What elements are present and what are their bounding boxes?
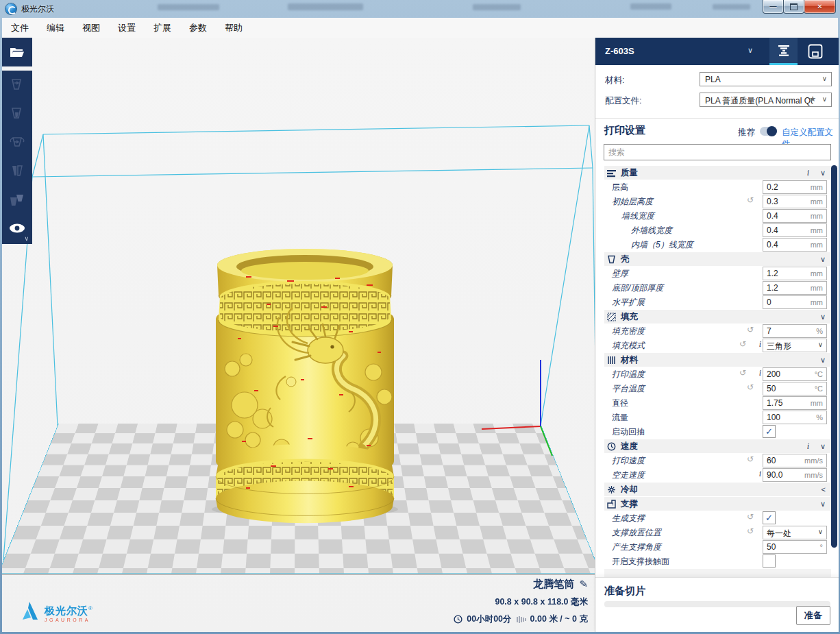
support-icon bbox=[607, 500, 616, 509]
chevron-down-icon[interactable]: ∨ bbox=[820, 356, 826, 365]
monitor-stage-tab[interactable] bbox=[801, 38, 829, 65]
setting-unit: °C bbox=[815, 385, 823, 393]
setting-unit: mm bbox=[811, 197, 823, 206]
viewport-3d[interactable]: ∨ 极光尔沃® JGAURORA 龙腾笔筒✎ 90.8 x 90.8 x 118… bbox=[2, 38, 595, 632]
setting-input[interactable]: 90.0mm/s bbox=[763, 468, 827, 482]
setting-row: ↺i填充模式三角形∨ bbox=[604, 338, 831, 352]
section-header-2[interactable]: 填充∨ bbox=[604, 310, 831, 324]
menu-item-3[interactable]: 设置 bbox=[109, 18, 145, 38]
prepare-stage-icon bbox=[776, 43, 791, 58]
scrollbar-thumb[interactable] bbox=[831, 165, 837, 548]
section-header-1[interactable]: 壳∨ bbox=[604, 252, 831, 266]
print-settings-title: 打印设置 bbox=[604, 124, 645, 137]
setting-checkbox[interactable] bbox=[763, 554, 776, 568]
window-frame: 极光尔沃 — ✕ 文件编辑视图设置扩展参数帮助 bbox=[0, 0, 840, 634]
chevron-down-icon[interactable]: ∨ bbox=[820, 500, 826, 509]
section-header-0[interactable]: 质量i∨ bbox=[604, 166, 831, 180]
section-header-6[interactable]: 支撑∨ bbox=[604, 497, 831, 511]
setting-checkbox[interactable]: ✓ bbox=[763, 425, 776, 438]
menu-item-5[interactable]: 参数 bbox=[180, 18, 216, 38]
maximize-icon bbox=[790, 3, 798, 10]
setting-row: 产生支撑角度50° bbox=[604, 539, 831, 554]
setting-input[interactable]: 0.3mm bbox=[763, 195, 827, 208]
cooling-icon bbox=[607, 485, 616, 494]
favorite-star-icon: ★ bbox=[809, 95, 816, 103]
reset-icon[interactable]: ↺ bbox=[747, 512, 754, 522]
chevron-down-icon[interactable]: ∨ bbox=[820, 313, 826, 321]
per-model-settings-button[interactable] bbox=[2, 186, 32, 215]
setting-input[interactable]: 7% bbox=[763, 324, 827, 338]
reset-icon[interactable]: ↺ bbox=[747, 526, 754, 536]
menu-item-4[interactable]: 扩展 bbox=[145, 18, 180, 38]
reset-icon[interactable]: ↺ bbox=[747, 325, 754, 334]
chevron-down-icon[interactable]: ∨ bbox=[820, 255, 826, 264]
info-icon[interactable]: i bbox=[807, 441, 809, 452]
section-label: 冷却 bbox=[621, 484, 638, 496]
setting-label: 打印速度 bbox=[612, 455, 645, 467]
setting-input[interactable]: 1.75mm bbox=[763, 396, 827, 410]
info-icon[interactable]: i bbox=[759, 469, 761, 479]
menu-item-0[interactable]: 文件 bbox=[2, 18, 38, 38]
brand-reg: ® bbox=[88, 605, 92, 611]
setting-label: 壁厚 bbox=[612, 268, 628, 280]
menu-bar: 文件编辑视图设置扩展参数帮助 bbox=[2, 18, 838, 38]
setting-row: ↺初始层高度0.3mm bbox=[604, 194, 831, 208]
setting-input[interactable]: 0mm bbox=[763, 295, 827, 309]
setting-input[interactable]: 0.4mm bbox=[763, 238, 827, 252]
setting-value: 0.3 bbox=[767, 197, 778, 206]
setting-input[interactable]: 200°C bbox=[763, 367, 827, 381]
prepare-button[interactable]: 准备 bbox=[796, 606, 830, 625]
setting-value: 0.4 bbox=[767, 225, 778, 235]
reset-icon[interactable]: ↺ bbox=[747, 454, 754, 464]
minimize-button[interactable]: — bbox=[763, 0, 784, 14]
search-input[interactable] bbox=[604, 144, 831, 160]
section-header-3[interactable]: 材料∨ bbox=[604, 353, 831, 367]
reset-icon[interactable]: ↺ bbox=[747, 382, 754, 392]
toolbar-open bbox=[2, 38, 32, 66]
setting-label: 平台温度 bbox=[612, 383, 645, 395]
chevron-down-icon[interactable]: ∨ bbox=[820, 442, 826, 451]
setting-input[interactable]: 0.4mm bbox=[763, 209, 827, 223]
printer-chevron-down-icon[interactable]: ∨ bbox=[748, 46, 753, 55]
setting-input[interactable]: 50°C bbox=[763, 382, 827, 395]
rename-pencil-icon[interactable]: ✎ bbox=[580, 578, 589, 589]
settings-panel: Z-603S ∨ bbox=[595, 38, 839, 632]
chevron-down-icon[interactable]: ∨ bbox=[820, 169, 826, 178]
scale-tool-button[interactable] bbox=[2, 99, 32, 128]
setting-select[interactable]: 每一处∨ bbox=[763, 526, 827, 539]
maximize-button[interactable] bbox=[783, 0, 804, 14]
setting-input[interactable]: 60mm/s bbox=[763, 454, 827, 467]
setting-input[interactable]: 100% bbox=[763, 411, 827, 424]
setting-input[interactable]: 1.2mm bbox=[763, 281, 827, 295]
setting-input[interactable]: 50° bbox=[763, 540, 827, 554]
chevron-left-icon[interactable]: < bbox=[822, 485, 826, 493]
close-button[interactable]: ✕ bbox=[804, 0, 836, 14]
setting-input[interactable]: 0.4mm bbox=[763, 223, 827, 237]
prepare-slice-panel: 准备切片 准备 bbox=[595, 577, 839, 632]
setting-input[interactable]: 0.2mm bbox=[763, 180, 827, 194]
recommended-toggle[interactable] bbox=[760, 127, 777, 136]
menu-item-6[interactable]: 帮助 bbox=[216, 18, 251, 38]
reset-icon[interactable]: ↺ bbox=[747, 195, 754, 205]
material-dropdown[interactable]: PLA ∨ bbox=[700, 72, 832, 86]
info-icon[interactable]: i bbox=[759, 339, 761, 350]
material-label: 材料: bbox=[605, 75, 624, 86]
info-icon[interactable]: i bbox=[759, 368, 761, 378]
mirror-tool-button[interactable] bbox=[2, 157, 32, 186]
open-file-button[interactable] bbox=[2, 38, 32, 66]
section-header-5[interactable]: 冷却< bbox=[604, 483, 831, 496]
prepare-stage-tab[interactable] bbox=[769, 38, 798, 65]
rotate-tool-button[interactable] bbox=[2, 128, 32, 157]
move-tool-button[interactable] bbox=[2, 71, 32, 99]
profile-dropdown[interactable]: PLA 普通质量(PLA Normal Qua ★ ∨ bbox=[700, 93, 832, 107]
section-header-4[interactable]: 速度i∨ bbox=[604, 439, 831, 453]
menu-item-1[interactable]: 编辑 bbox=[38, 18, 73, 38]
setting-checkbox[interactable]: ✓ bbox=[763, 511, 776, 524]
menu-item-2[interactable]: 视图 bbox=[73, 18, 109, 38]
reset-icon[interactable]: ↺ bbox=[739, 339, 746, 349]
setting-value: 90.0 bbox=[767, 470, 782, 480]
info-icon[interactable]: i bbox=[807, 168, 809, 178]
setting-select[interactable]: 三角形∨ bbox=[763, 339, 827, 352]
reset-icon[interactable]: ↺ bbox=[739, 368, 746, 378]
setting-input[interactable]: 1.2mm bbox=[763, 267, 827, 280]
